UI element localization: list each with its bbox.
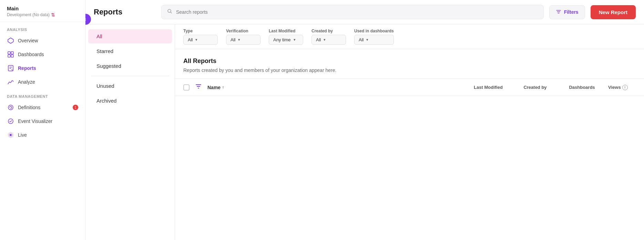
new-report-button[interactable]: New Report [591,5,636,19]
analysis-section-label: Analysis [0,22,85,34]
filter-verification-label: Verification [226,29,260,33]
svg-rect-3 [8,55,10,57]
sidebar-item-analyze[interactable]: Analyze [0,75,85,89]
filter-type: Type All ▾ [183,29,218,45]
table-header: Name ↑ Last Modified Created by Dashboar… [175,79,644,96]
app-sub: Development (No data) ⇅ [7,12,78,18]
nav-divider [91,76,169,76]
filter-last-modified-value: Any time [273,37,291,42]
definitions-badge: 1 [73,105,78,110]
nav-item-all[interactable]: All [88,29,172,43]
search-icon [167,9,173,15]
top-bar: Reports Filters New Report [85,0,644,24]
chevron-updown-icon[interactable]: ⇅ [51,12,55,18]
svg-point-7 [10,108,11,109]
filter-created-by: Created by All ▾ [311,29,346,45]
sidebar-item-event-visualizer-label: Event Visualizer [18,118,52,124]
chevron-down-icon3: ▾ [294,38,296,42]
all-reports-description: Reports created by you and members of yo… [183,67,636,73]
analyze-icon [7,78,14,86]
sidebar-item-definitions-label: Definitions [18,105,40,110]
live-icon [7,131,14,139]
filter-type-select[interactable]: All ▾ [183,35,218,45]
svg-rect-1 [8,52,10,54]
filter-type-label: Type [183,29,218,33]
sidebar-item-overview[interactable]: Overview [0,34,85,48]
views-info-icon[interactable]: i [622,85,628,90]
filter-used-in-dashboards: Used in dashboards All ▾ [354,29,394,45]
chevron-down-icon2: ▾ [238,38,240,42]
app-sub-text: Development (No data) [7,12,50,17]
nav-item-starred-label: Starred [96,48,113,54]
sidebar-item-overview-label: Overview [18,38,38,43]
sidebar-item-reports[interactable]: Reports [0,61,85,75]
sidebar-item-dashboards-label: Dashboards [18,52,44,57]
data-management-section-label: Data Management [0,89,85,101]
all-reports-section: All Reports Reports created by you and m… [175,49,644,79]
filter-verification-select[interactable]: All ▾ [226,35,260,45]
nav-item-starred[interactable]: Starred [88,44,172,58]
filter-last-modified-label: Last Modified [269,29,303,33]
filters-label: Filters [564,9,579,15]
table-select-all-checkbox[interactable] [183,84,190,91]
table-filter-icon[interactable] [195,83,202,92]
content-area: All Starred Suggested Unused Archived Ty… [85,24,644,240]
filters-button[interactable]: Filters [549,5,585,19]
left-nav-panel: All Starred Suggested Unused Archived [85,24,175,240]
filter-verification: Verification All ▾ [226,29,260,45]
sidebar-item-live-label: Live [18,132,27,138]
right-panel: Type All ▾ Verification All ▾ Last Modif… [175,24,644,240]
filter-last-modified: Last Modified Any time ▾ [269,29,303,45]
table-col-name[interactable]: Name ↑ [207,85,462,90]
filter-used-in-dashboards-label: Used in dashboards [354,29,394,33]
app-name: Main [7,6,78,11]
nav-item-all-label: All [96,33,102,39]
svg-rect-2 [11,52,13,54]
table-col-last-modified[interactable]: Last Modified [468,85,509,90]
main-area: ‹ Reports Filters New Report All Starred [85,0,644,240]
sidebar-item-reports-label: Reports [18,65,36,71]
filter-created-by-select[interactable]: All ▾ [311,35,346,45]
sidebar: Main Development (No data) ⇅ Analysis Ov… [0,0,85,240]
svg-marker-0 [8,38,13,43]
filter-last-modified-select[interactable]: Any time ▾ [269,35,303,45]
filter-used-in-dashboards-value: All [359,37,364,42]
filters-icon [556,9,561,15]
filter-type-value: All [188,37,193,42]
sidebar-item-analyze-label: Analyze [18,79,35,85]
sidebar-item-event-visualizer[interactable]: Event Visualizer [0,114,85,128]
chevron-down-icon: ▾ [195,38,197,42]
nav-item-archived-label: Archived [96,98,116,104]
page-title: Reports [94,8,156,17]
nav-item-unused[interactable]: Unused [88,79,172,93]
filter-verification-value: All [231,37,235,42]
event-visualizer-icon [7,117,14,125]
search-bar [161,5,544,19]
all-reports-title: All Reports [183,58,636,65]
table-col-created-by[interactable]: Created by [514,85,556,90]
table-col-views[interactable]: Views i [608,85,636,90]
svg-point-6 [8,105,13,110]
filter-created-by-label: Created by [311,29,346,33]
svg-point-9 [10,134,12,136]
table-col-views-label: Views [608,85,621,90]
sidebar-item-dashboards[interactable]: Dashboards [0,48,85,61]
table-col-dashboards[interactable]: Dashboards [561,85,603,90]
search-input[interactable] [176,9,538,15]
sort-ascending-icon: ↑ [222,85,224,90]
dashboards-icon [7,51,14,58]
sidebar-item-live[interactable]: Live [0,128,85,142]
nav-item-suggested-label: Suggested [96,63,121,69]
chevron-down-icon4: ▾ [324,38,326,42]
filter-bar: Type All ▾ Verification All ▾ Last Modif… [175,24,644,49]
nav-item-archived[interactable]: Archived [88,94,172,108]
filter-used-in-dashboards-select[interactable]: All ▾ [354,35,394,45]
nav-item-suggested[interactable]: Suggested [88,59,172,73]
nav-item-unused-label: Unused [96,83,114,89]
svg-rect-4 [11,55,13,57]
sidebar-item-definitions[interactable]: Definitions 1 [0,101,85,114]
chevron-down-icon5: ▾ [366,38,368,42]
table-col-name-label: Name [207,85,221,90]
filter-created-by-value: All [316,37,321,42]
overview-icon [7,37,14,44]
